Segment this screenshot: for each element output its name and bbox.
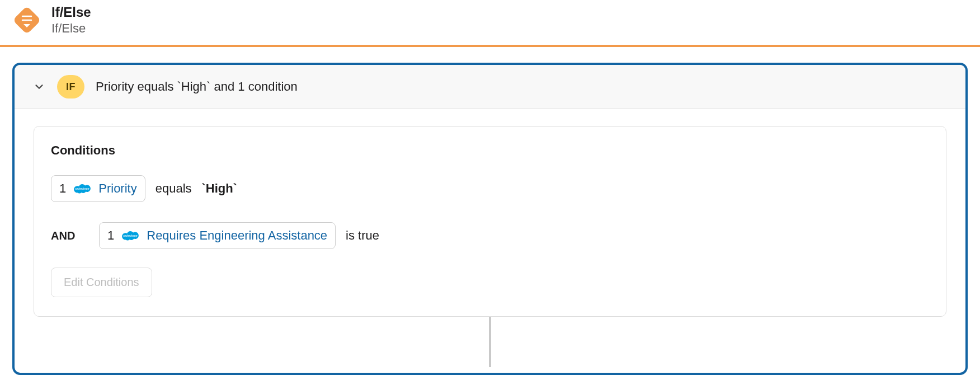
salesforce-icon: salesforce <box>72 181 93 196</box>
if-badge: IF <box>57 75 84 99</box>
svg-text:salesforce: salesforce <box>76 187 89 190</box>
variable-step-number: 1 <box>107 228 114 243</box>
step-title: If/Else <box>51 4 91 20</box>
variable-field-label: Priority <box>98 181 136 196</box>
condition-operator: equals <box>156 181 192 196</box>
condition-value: `High` <box>202 181 238 196</box>
condition-row: AND 1 salesforce Requires Engineering As… <box>51 221 929 251</box>
variable-step-number: 1 <box>59 181 66 196</box>
salesforce-icon: salesforce <box>120 228 141 243</box>
ifelse-icon <box>12 6 41 35</box>
branch-summary-text: Priority equals `High` and 1 condition <box>96 79 298 94</box>
conditions-card: Conditions 1 salesforce Priority equ <box>34 126 946 317</box>
edit-conditions-button[interactable]: Edit Conditions <box>51 268 152 297</box>
variable-field-label: Requires Engineering Assistance <box>147 228 327 243</box>
conditions-title: Conditions <box>51 143 929 158</box>
chevron-down-icon[interactable] <box>32 80 46 93</box>
flow-connector <box>489 317 491 367</box>
variable-pill[interactable]: 1 salesforce Requires Engineering Assist… <box>99 222 336 249</box>
svg-text:salesforce: salesforce <box>124 234 138 237</box>
branch-summary-row[interactable]: IF Priority equals `High` and 1 conditio… <box>15 65 965 109</box>
if-branch-panel: IF Priority equals `High` and 1 conditio… <box>12 63 968 375</box>
step-header: If/Else If/Else <box>0 0 980 45</box>
variable-pill[interactable]: 1 salesforce Priority <box>51 175 145 202</box>
condition-row: 1 salesforce Priority equals `High` <box>51 174 929 204</box>
condition-operator: is true <box>346 228 379 243</box>
condition-joiner: AND <box>51 229 89 242</box>
step-subtitle: If/Else <box>51 21 91 36</box>
